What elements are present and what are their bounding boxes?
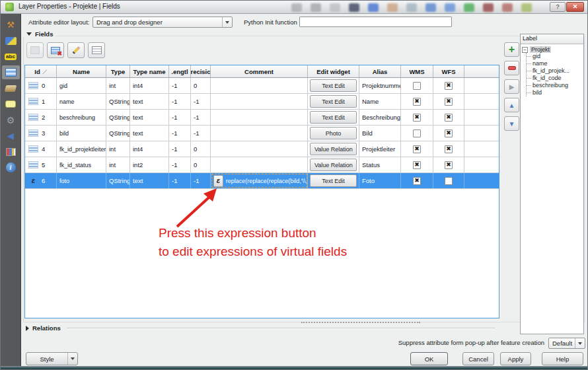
edit-widget-cell: Value Relation	[308, 141, 359, 157]
splitter-handle[interactable]	[301, 322, 420, 324]
sidebar-item-labels[interactable]: abc	[2, 50, 20, 63]
add-to-form-button[interactable]: +	[504, 42, 519, 57]
table-row[interactable]: ε6fotoQStringtext-1-1εreplace(replace(re…	[25, 173, 499, 189]
column-header[interactable]: Name	[57, 65, 106, 77]
tree-item[interactable]: bild	[527, 89, 582, 96]
delete-field-button[interactable]: ✖	[47, 42, 64, 58]
sidebar-item-display[interactable]	[2, 97, 20, 111]
id-cell: 0	[25, 78, 57, 93]
wfs-checkbox[interactable]: ✖	[445, 130, 453, 137]
comment-cell	[211, 157, 308, 172]
wms-checkbox[interactable]: ✖	[413, 145, 421, 153]
edit-widget-button[interactable]: Text Edit	[310, 79, 357, 92]
apply-layout-button[interactable]: ▶	[504, 79, 519, 94]
column-header[interactable]: WFS	[433, 65, 464, 77]
type-cell: QString	[106, 126, 130, 141]
edit-widget-button[interactable]: Value Relation	[310, 143, 357, 155]
apply-button[interactable]: Apply	[500, 352, 531, 365]
move-up-button[interactable]: ▲	[504, 98, 519, 112]
column-header[interactable]: Alias	[359, 65, 401, 77]
tree-item[interactable]: gid	[527, 53, 582, 60]
new-column-icon	[30, 46, 40, 54]
wfs-checkbox[interactable]: ✖	[445, 82, 453, 90]
table-row[interactable]: 4fk_id_projektleiterintint4-10Value Rela…	[25, 141, 499, 157]
wfs-cell: ✖	[433, 157, 464, 172]
wms-checkbox[interactable]: ✖	[413, 98, 421, 106]
collapse-icon[interactable]	[522, 47, 528, 53]
column-header[interactable]: Id	[25, 65, 57, 77]
wfs-checkbox[interactable]: ✖	[445, 145, 453, 153]
field-calculator-button[interactable]	[88, 42, 105, 58]
table-row[interactable]: 2beschreibungQStringtext-1-1Text EditBes…	[25, 110, 499, 126]
edit-widget-button[interactable]: Value Relation	[310, 159, 357, 171]
wfs-checkbox[interactable]: ✖	[445, 114, 453, 122]
wms-checkbox[interactable]: ✖	[413, 161, 421, 169]
form-designer-panel: Label Projekt gidnamefk_id_projek...fk_i…	[520, 34, 584, 334]
table-row[interactable]: 0gidintint4-10Text EditProjektnummer✖	[25, 78, 499, 94]
sidebar-item-metadata[interactable]: i	[2, 161, 20, 174]
fields-section-header[interactable]: Fields	[24, 30, 55, 38]
info-icon: i	[6, 163, 16, 172]
join-arrow-icon: ◀	[7, 131, 14, 140]
wms-checkbox[interactable]	[413, 130, 421, 137]
wfs-checkbox[interactable]: ✖	[445, 98, 453, 106]
tree-item[interactable]: name	[527, 60, 582, 67]
sidebar-item-actions[interactable]: ⚙	[2, 113, 20, 127]
table-row[interactable]: 1nameQStringtext-1-1Text EditName✖✖	[25, 94, 499, 110]
wms-checkbox[interactable]: ✖	[413, 177, 421, 185]
sidebar-item-general[interactable]: ⚒	[2, 18, 20, 32]
fields-section-title: Fields	[35, 30, 53, 38]
table-row[interactable]: 3bildQStringtext-1-1PhotoBild✖	[25, 126, 499, 141]
window-title: Layer Properties - Projekte | Fields	[18, 3, 120, 10]
cancel-button[interactable]: Cancel	[462, 352, 494, 365]
table-row[interactable]: 5fk_id_statusintint2-10Value RelationSta…	[25, 157, 499, 173]
column-header[interactable]: Comment	[211, 65, 308, 77]
new-field-button[interactable]	[26, 42, 44, 58]
column-header[interactable]: WMS	[401, 65, 433, 77]
wfs-checkbox[interactable]	[445, 177, 453, 185]
tree-item[interactable]: beschreibung	[527, 82, 582, 89]
sidebar-item-joins[interactable]: ◀	[2, 129, 20, 143]
suppress-popup-select[interactable]: Default	[548, 338, 585, 349]
column-header[interactable]: Edit widget	[308, 65, 359, 77]
sidebar-item-diagrams[interactable]	[2, 145, 20, 159]
wms-checkbox[interactable]	[413, 82, 421, 90]
column-header[interactable]: recisic	[191, 65, 211, 77]
layer-properties-dialog: Layer Properties - Projekte | Fields ? ✕…	[0, 0, 588, 370]
wfs-checkbox[interactable]: ✖	[445, 161, 453, 169]
help-button[interactable]: Help	[542, 352, 583, 365]
toggle-editing-button[interactable]	[67, 42, 85, 58]
relations-section-header[interactable]: Relations	[26, 324, 501, 332]
sidebar-item-style[interactable]	[2, 34, 20, 48]
column-header[interactable]: Type name	[130, 65, 169, 77]
background-app-icon	[464, 3, 474, 12]
expression-button[interactable]: ε	[213, 175, 223, 187]
alias-cell: Beschreibung	[359, 110, 401, 125]
diagram-icon	[6, 148, 16, 156]
wms-cell: ✖	[401, 141, 433, 157]
expression-row-icon: ε	[28, 177, 38, 184]
tree-item[interactable]: fk_id_projek...	[527, 67, 582, 75]
edit-widget-button[interactable]: Text Edit	[310, 174, 357, 187]
fields-table-rows: 0gidintint4-10Text EditProjektnummer✖1na…	[25, 78, 499, 189]
wms-checkbox[interactable]: ✖	[413, 114, 421, 122]
attribute-editor-layout-select[interactable]: Drag and drop designer	[92, 17, 233, 28]
tree-item[interactable]: fk_id_code	[527, 75, 582, 82]
sidebar-item-fields[interactable]	[2, 65, 20, 79]
column-header[interactable]: .engtl	[169, 65, 191, 77]
edit-widget-button[interactable]: Text Edit	[310, 95, 357, 108]
ok-button[interactable]: OK	[410, 352, 448, 365]
remove-from-form-button[interactable]	[504, 61, 519, 75]
window-close-button[interactable]: ✕	[566, 2, 584, 12]
edit-widget-button[interactable]: Text Edit	[310, 111, 357, 124]
python-init-input[interactable]	[299, 17, 452, 27]
sidebar-item-rendering[interactable]	[2, 81, 20, 95]
window-help-button[interactable]: ?	[550, 2, 566, 12]
move-down-button[interactable]: ▼	[504, 116, 519, 131]
name-cell: gid	[57, 78, 106, 93]
column-header[interactable]: Type	[106, 65, 130, 77]
pencil-icon	[72, 46, 80, 54]
style-menu-button[interactable]: Style	[26, 352, 78, 365]
tree-root-item[interactable]: Projekt	[522, 46, 582, 53]
edit-widget-button[interactable]: Photo	[310, 127, 357, 139]
